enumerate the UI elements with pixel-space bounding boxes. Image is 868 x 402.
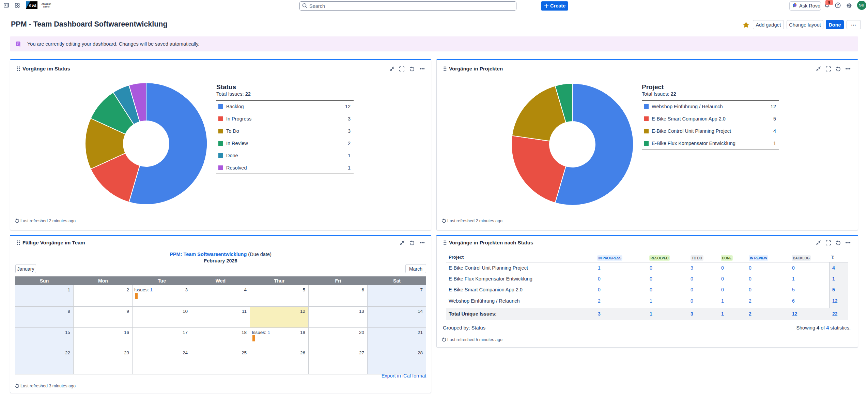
svg-text:SVA: SVA bbox=[29, 4, 37, 8]
svg-text:?: ? bbox=[837, 3, 839, 7]
